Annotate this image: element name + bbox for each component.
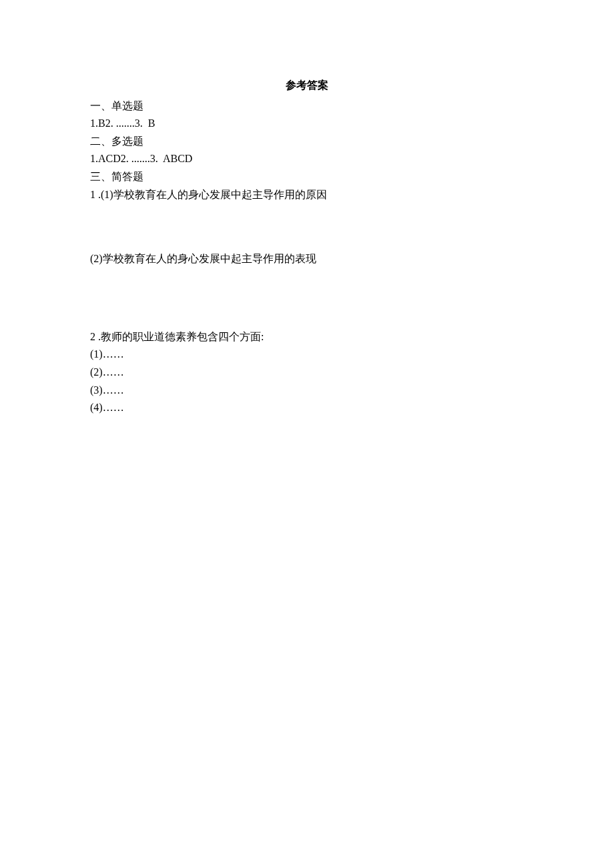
short-answer-q2-item1: (1)…… <box>90 346 524 363</box>
short-answer-q2-item4: (4)…… <box>90 399 524 416</box>
short-answer-q2-item3: (3)…… <box>90 382 524 399</box>
section-heading-multi-choice: 二、多选题 <box>90 133 524 150</box>
document-page: 参考答案 一、单选题 1.B2. .......3. B 二、多选题 1.ACD… <box>0 0 614 416</box>
short-answer-q1-part1: 1 .(1)学校教育在人的身心发展中起主导作用的原因 <box>90 186 524 203</box>
short-answer-q2-item2: (2)…… <box>90 364 524 381</box>
blank-space <box>90 268 524 328</box>
single-choice-answers: 1.B2. .......3. B <box>90 115 524 132</box>
section-heading-short-answer: 三、简答题 <box>90 168 524 185</box>
multi-choice-answers: 1.ACD2. .......3. ABCD <box>90 150 524 167</box>
short-answer-q2-intro: 2 .教师的职业道德素养包含四个方面: <box>90 328 524 346</box>
short-answer-q1-part2: (2)学校教育在人的身心发展中起主导作用的表现 <box>90 250 524 268</box>
blank-space <box>90 203 524 250</box>
document-title: 参考答案 <box>90 77 524 94</box>
section-heading-single-choice: 一、单选题 <box>90 97 524 115</box>
